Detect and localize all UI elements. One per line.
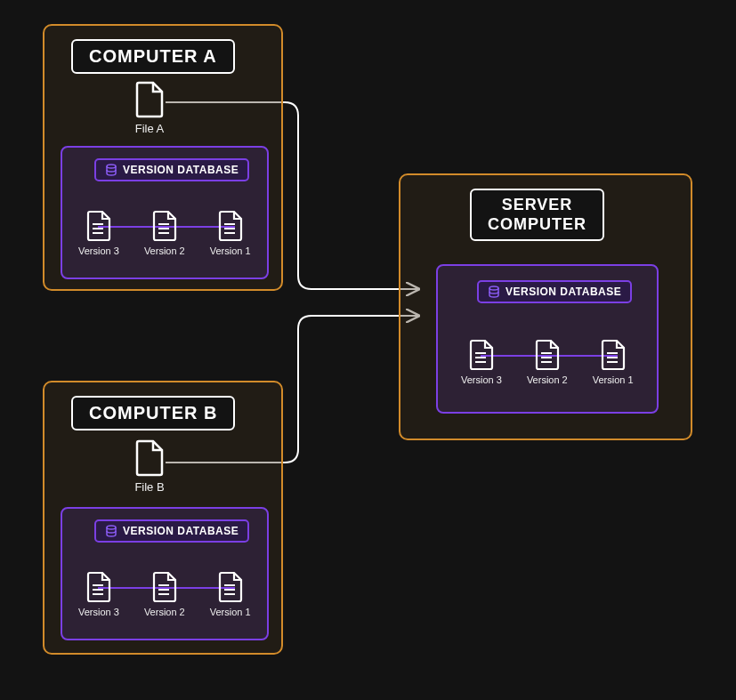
version-label: Version 1 — [210, 607, 251, 617]
version-label: Version 1 — [593, 374, 634, 385]
document-icon — [85, 571, 112, 603]
document-icon — [85, 210, 112, 242]
computer-b-vdb: VERSION DATABASE Version 3 Version 2 — [61, 507, 269, 640]
computer-b-title: COMPUTER B — [71, 396, 235, 430]
file-a-label: File A — [133, 122, 166, 135]
computer-b-box: COMPUTER B File B VERSION DATABASE — [43, 381, 283, 655]
database-icon — [488, 286, 500, 298]
vdb-title-text: VERSION DATABASE — [123, 164, 239, 176]
version-item: Version 3 — [78, 571, 119, 617]
version-label: Version 2 — [527, 374, 568, 385]
version-item: Version 1 — [210, 571, 251, 617]
version-item: Version 1 — [210, 210, 251, 256]
computer-a-vdb-header: VERSION DATABASE — [94, 158, 249, 181]
server-box: SERVER COMPUTER VERSION DATABASE Version… — [399, 173, 692, 440]
version-item: Version 2 — [527, 339, 568, 385]
database-icon — [105, 164, 117, 176]
database-icon — [105, 525, 117, 537]
server-versions: Version 3 Version 2 Version 1 — [461, 339, 634, 385]
computer-b-versions: Version 3 Version 2 Version 1 — [78, 571, 251, 617]
computer-b-vdb-header: VERSION DATABASE — [94, 519, 249, 543]
computer-a-box: COMPUTER A File A VERSION DATABASE — [43, 24, 283, 291]
computer-a-versions: Version 3 Version 2 Version 1 — [78, 210, 251, 256]
computer-a-vdb: VERSION DATABASE Version 3 Version 2 — [61, 146, 269, 279]
computer-a-file: File A — [133, 81, 166, 135]
server-title: SERVER COMPUTER — [470, 189, 604, 241]
document-icon — [217, 571, 244, 603]
document-icon — [534, 339, 561, 371]
svg-point-10 — [107, 526, 116, 529]
version-item: Version 2 — [144, 210, 185, 256]
computer-a-title: COMPUTER A — [71, 39, 235, 74]
version-item: Version 3 — [78, 210, 119, 256]
document-icon — [217, 210, 244, 242]
document-icon — [600, 339, 627, 371]
computer-b-file: File B — [133, 439, 166, 494]
version-item: Version 3 — [461, 339, 502, 385]
version-label: Version 2 — [144, 607, 185, 617]
version-item: Version 2 — [144, 571, 185, 617]
version-item: Version 1 — [593, 339, 634, 385]
vdb-title-text: VERSION DATABASE — [505, 286, 621, 298]
file-b-label: File B — [133, 480, 166, 494]
svg-point-0 — [107, 165, 116, 168]
server-vdb: VERSION DATABASE Version 3 Version 2 — [436, 264, 659, 414]
version-label: Version 3 — [461, 374, 502, 385]
server-vdb-header: VERSION DATABASE — [477, 280, 632, 303]
version-label: Version 3 — [78, 607, 119, 617]
document-icon — [151, 210, 178, 242]
file-icon — [133, 439, 166, 477]
document-icon — [151, 571, 178, 603]
file-icon — [133, 81, 166, 118]
vdb-title-text: VERSION DATABASE — [123, 525, 239, 537]
version-label: Version 3 — [78, 245, 119, 256]
version-label: Version 2 — [144, 245, 185, 256]
svg-point-20 — [489, 286, 498, 290]
document-icon — [468, 339, 495, 371]
version-label: Version 1 — [210, 245, 251, 256]
